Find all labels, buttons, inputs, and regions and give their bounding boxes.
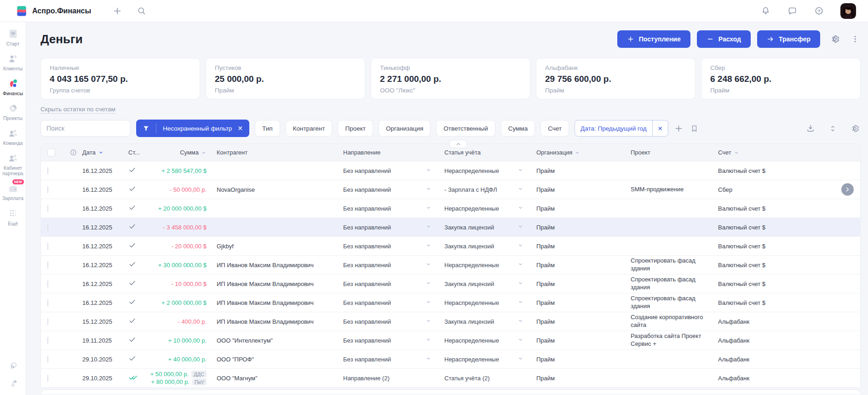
- date-filter-close-icon[interactable]: ✕: [652, 120, 668, 136]
- chevron-down-icon[interactable]: [425, 261, 431, 269]
- table-row[interactable]: 16.12.2025- 20 000,00 $GjkbyfБез направл…: [41, 237, 860, 256]
- chevron-down-icon[interactable]: [425, 337, 431, 344]
- row-article-dropdown[interactable]: Нераспределенные: [440, 205, 532, 212]
- table-row[interactable]: 16.12.2025- 50 000,00 р.NovaOrganiseБез …: [41, 180, 860, 199]
- row-article-dropdown[interactable]: Закупка лицензий: [440, 223, 532, 231]
- chevron-down-icon[interactable]: [425, 167, 431, 174]
- row-article-dropdown[interactable]: Закупка лицензий: [440, 318, 532, 325]
- filter-chip[interactable]: Контрагент: [286, 120, 333, 137]
- chevron-down-icon[interactable]: [425, 318, 431, 325]
- table-row[interactable]: 16.12.2025- 3 458 000,00 $Без направлени…: [41, 218, 860, 237]
- row-article-dropdown[interactable]: Нераспределенные: [440, 167, 532, 174]
- sidebar-item-clients[interactable]: Клиенты: [0, 52, 26, 71]
- expense-button[interactable]: Расход: [697, 30, 751, 48]
- date-filter-chip[interactable]: Дата: Предыдущий год ✕: [575, 120, 668, 137]
- row-article-dropdown[interactable]: - Зарплата с НДФЛ: [440, 186, 532, 193]
- row-checkbox[interactable]: [47, 243, 48, 250]
- filter-chip[interactable]: Счет: [540, 120, 569, 137]
- account-card[interactable]: Наличные4 043 165 077,50 р.Группа счетов: [40, 58, 200, 99]
- export-download-icon[interactable]: [805, 123, 816, 133]
- row-direction-dropdown[interactable]: Без направлений: [339, 261, 440, 269]
- search-input[interactable]: [40, 120, 131, 137]
- row-article-dropdown[interactable]: Закупка лицензий: [440, 242, 532, 250]
- account-card[interactable]: Альфабанк29 756 600,00 р.Прайм: [536, 58, 696, 99]
- sidebar-item-finance[interactable]: Финансы: [0, 77, 26, 96]
- row-article-dropdown[interactable]: Нераспределенные: [440, 261, 532, 269]
- row-article-dropdown[interactable]: Нераспределенные: [440, 299, 532, 306]
- chevron-down-icon[interactable]: [425, 223, 431, 231]
- column-header-status[interactable]: Ст...: [124, 149, 152, 156]
- row-article-dropdown[interactable]: Закупка лицензий: [440, 280, 532, 287]
- kebab-menu-icon[interactable]: [850, 34, 861, 45]
- account-card[interactable]: Сбер6 248 662,00 р.Прайм: [701, 58, 861, 99]
- row-checkbox[interactable]: [47, 262, 48, 269]
- select-all-checkbox[interactable]: [41, 149, 65, 156]
- sidebar-item-partner[interactable]: Кабинет партнера: [0, 152, 26, 176]
- collapse-table-chevron-icon[interactable]: [449, 140, 467, 148]
- column-header-direction[interactable]: Направление: [339, 149, 440, 156]
- row-direction-dropdown[interactable]: Без направлений: [339, 167, 440, 174]
- notifications-bell-icon[interactable]: [760, 6, 770, 16]
- column-header-date[interactable]: Дата: [78, 149, 124, 156]
- table-row[interactable]: 16.12.2025+ 2 580 547,00 $Без направлени…: [41, 161, 860, 180]
- account-card[interactable]: Пустиков25 000,00 р.Прайм: [206, 58, 365, 99]
- column-header-amount[interactable]: Сумма: [152, 149, 212, 156]
- column-header-counterparty[interactable]: Контрагент: [212, 149, 339, 156]
- create-plus-icon[interactable]: [112, 6, 122, 16]
- filter-chip[interactable]: Тип: [255, 120, 280, 137]
- row-checkbox[interactable]: [47, 224, 48, 231]
- table-row[interactable]: 16.12.2025+ 2 000 000,00 $ИП Иванов Макс…: [41, 293, 860, 312]
- chevron-down-icon[interactable]: [425, 242, 431, 250]
- row-direction-dropdown[interactable]: Без направлений: [339, 318, 440, 325]
- help-icon[interactable]: ?: [814, 6, 824, 16]
- row-direction-dropdown[interactable]: Без направлений: [339, 242, 440, 250]
- unsaved-filter-pill[interactable]: Несохраненный фильтр ✕: [136, 120, 249, 137]
- chevron-down-icon[interactable]: [425, 280, 431, 287]
- sidebar-item-projects[interactable]: Проекты: [0, 102, 26, 121]
- chevron-down-icon[interactable]: [425, 186, 431, 193]
- row-article-dropdown[interactable]: Нераспределенные: [440, 355, 532, 363]
- partner-program-icon[interactable]: [8, 361, 18, 371]
- table-row[interactable]: 16.12.2025- 10 000,00 $ИП Иванов Максим …: [41, 275, 860, 293]
- filter-chip[interactable]: Организация: [379, 120, 431, 137]
- account-card[interactable]: Тинькофф2 271 000,00 р.ООО "Люкс": [371, 58, 530, 99]
- filter-chip[interactable]: Проект: [338, 120, 373, 137]
- column-header-article[interactable]: Статья учёта: [440, 149, 532, 156]
- row-direction-dropdown[interactable]: Без направлений: [339, 337, 440, 344]
- row-article-dropdown[interactable]: Нераспределенные: [440, 337, 532, 344]
- chevron-down-icon[interactable]: [517, 167, 523, 174]
- row-checkbox[interactable]: [47, 281, 48, 287]
- table-row[interactable]: 16.12.2025+ 20 000 000,00 $Без направлен…: [41, 199, 860, 218]
- sidebar-item-start[interactable]: Старт: [0, 28, 26, 46]
- chevron-down-icon[interactable]: [517, 261, 523, 269]
- expand-collapse-icon[interactable]: [828, 123, 838, 133]
- row-checkbox[interactable]: [47, 318, 48, 325]
- table-row[interactable]: 29.10.2025+ 40 000,00 р.ООО "ПРОФ"Без на…: [41, 350, 860, 369]
- table-settings-gear-icon[interactable]: [850, 123, 860, 133]
- row-checkbox[interactable]: [47, 337, 48, 344]
- column-header-project[interactable]: Проект: [626, 149, 713, 156]
- hide-balances-link[interactable]: Скрыть остатки по счетам: [40, 106, 115, 114]
- row-direction-dropdown[interactable]: Без направлений: [339, 186, 440, 193]
- row-direction-dropdown[interactable]: Без направлений: [339, 205, 440, 212]
- income-button[interactable]: Поступление: [617, 30, 690, 48]
- row-direction-dropdown[interactable]: Без направлений: [339, 355, 440, 363]
- table-row[interactable]: 15.12.2025- 400,00 р.ИП Иванов Максим Вл…: [41, 312, 860, 331]
- bookmark-icon[interactable]: [690, 123, 700, 133]
- column-header-organization[interactable]: Организация: [532, 149, 626, 156]
- row-direction-dropdown[interactable]: Без направлений: [339, 280, 440, 287]
- chevron-down-icon[interactable]: [517, 318, 523, 325]
- chevron-down-icon[interactable]: [517, 337, 523, 344]
- settings-gear-icon[interactable]: [8, 378, 18, 389]
- chevron-down-icon[interactable]: [517, 355, 523, 363]
- chevron-down-icon[interactable]: [517, 186, 523, 193]
- row-checkbox[interactable]: [47, 167, 48, 174]
- chevron-down-icon[interactable]: [517, 242, 523, 250]
- chevron-down-icon[interactable]: [517, 205, 523, 212]
- transfer-button[interactable]: Трансфер: [757, 30, 820, 48]
- info-icon[interactable]: [65, 149, 78, 156]
- chevron-down-icon[interactable]: [425, 205, 431, 212]
- sidebar-item-team[interactable]: Команда: [0, 127, 26, 146]
- sidebar-item-more[interactable]: Ещё: [0, 207, 26, 226]
- table-row[interactable]: 29.10.2025+ 50 000,00 р.ДДС+ 80 000,00 р…: [41, 369, 860, 388]
